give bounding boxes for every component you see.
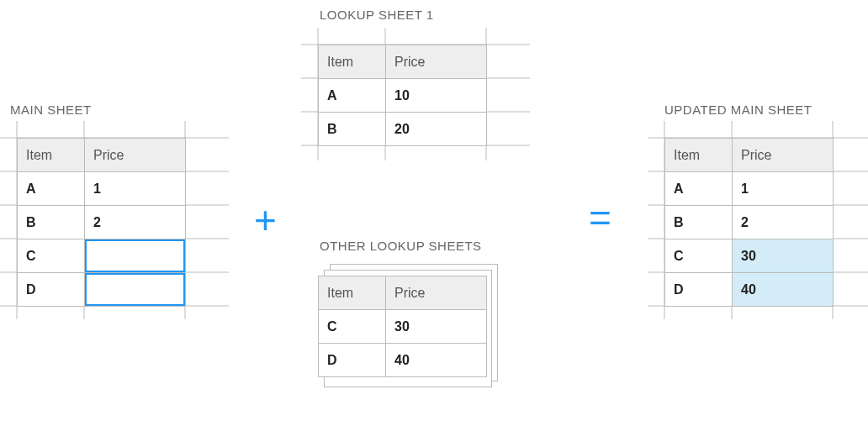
cell-item: D [665, 273, 733, 307]
cell-item: A [665, 172, 733, 206]
cell-item: D [18, 273, 85, 307]
cell-item: A [319, 79, 386, 113]
cell-price: 20 [386, 113, 487, 146]
table-row: B2 [665, 206, 834, 239]
table-row: B20 [319, 113, 487, 146]
cell-item: A [18, 172, 85, 206]
cell-price-empty [85, 239, 186, 273]
table-row: B2 [18, 206, 186, 239]
other-lookup-table: Item Price C30 D40 [318, 276, 487, 377]
cell-price-updated: 40 [733, 273, 834, 307]
col-header-item: Item [665, 139, 733, 172]
table-row: C30 [665, 239, 834, 273]
cell-price: 2 [85, 206, 186, 239]
col-header-price: Price [386, 45, 487, 79]
equals-icon: = [589, 195, 611, 240]
table-row: D40 [665, 273, 834, 307]
cell-price: 2 [733, 206, 834, 239]
table-row: C30 [319, 310, 487, 344]
cell-price: 1 [733, 172, 834, 206]
table-row: D [18, 273, 186, 307]
cell-item: D [319, 344, 386, 377]
table-row: C [18, 239, 186, 273]
cell-price-updated: 30 [733, 239, 834, 273]
cell-item: C [665, 239, 733, 273]
cell-item: C [18, 239, 85, 273]
col-header-price: Price [85, 139, 186, 172]
updated-title: UPDATED MAIN SHEET [664, 103, 812, 117]
cell-price-empty [85, 273, 186, 307]
cell-item: B [319, 113, 386, 146]
cell-price: 30 [386, 310, 487, 344]
table-row: A10 [319, 79, 487, 113]
col-header-price: Price [733, 139, 834, 172]
lookup1-title: LOOKUP SHEET 1 [320, 8, 434, 22]
other-lookup-title: OTHER LOOKUP SHEETS [320, 239, 482, 253]
updated-sheet-table: Item Price A1 B2 C30 D40 [664, 138, 834, 307]
cell-price: 1 [85, 172, 186, 206]
cell-item: B [18, 206, 85, 239]
cell-item: B [665, 206, 733, 239]
lookup1-table: Item Price A10 B20 [318, 45, 487, 146]
col-header-item: Item [319, 45, 386, 79]
cell-price: 40 [386, 344, 487, 377]
table-row: D40 [319, 344, 487, 377]
col-header-item: Item [18, 139, 85, 172]
col-header-item: Item [319, 276, 386, 310]
main-sheet-table: Item Price A1 B2 C D [17, 138, 186, 307]
main-sheet-title: MAIN SHEET [10, 103, 92, 117]
table-row: A1 [18, 172, 186, 206]
cell-price: 10 [386, 79, 487, 113]
plus-icon: + [254, 197, 277, 243]
cell-item: C [319, 310, 386, 344]
table-row: A1 [665, 172, 834, 206]
col-header-price: Price [386, 276, 487, 310]
